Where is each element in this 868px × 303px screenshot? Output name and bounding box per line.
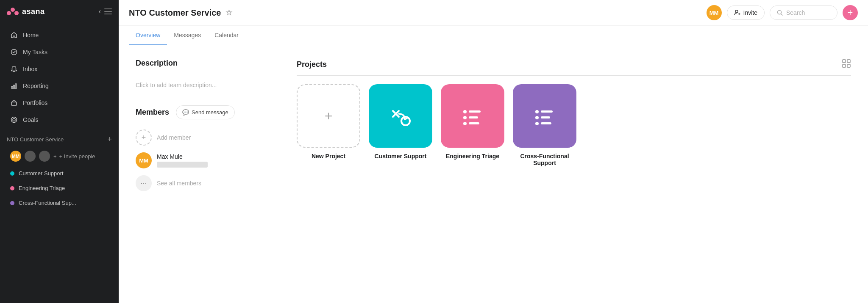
tab-messages-label: Messages — [174, 32, 201, 39]
content-area: Description Click to add team descriptio… — [119, 45, 868, 303]
projects-grid: + New Project — [297, 84, 851, 166]
sidebar-project-engineering-triage-label: Engineering Triage — [19, 185, 65, 191]
sidebar-item-inbox[interactable]: Inbox — [3, 61, 115, 77]
grid-view-icon[interactable] — [842, 59, 851, 70]
chevron-left-icon: ‹ — [99, 8, 101, 15]
send-message-button[interactable]: 💬 Send message — [176, 105, 235, 119]
search-icon — [777, 10, 783, 16]
sidebar: asana ‹ Home — [0, 0, 119, 303]
customer-support-label: Customer Support — [375, 153, 427, 160]
bell-icon — [10, 65, 18, 73]
user-avatar-main: MM — [707, 5, 722, 20]
sidebar-item-portfolios[interactable]: Portfolios — [3, 95, 115, 111]
sidebar-project-customer-support[interactable]: Customer Support — [3, 167, 115, 180]
description-placeholder[interactable]: Click to add team description... — [136, 78, 271, 92]
project-card-cross-functional[interactable]: Cross-Functional Support — [513, 84, 576, 166]
invite-button[interactable]: Invite — [727, 6, 765, 20]
engineering-triage-project-icon — [441, 84, 504, 148]
svg-rect-4 — [104, 11, 112, 12]
right-panel: Projects + New Project — [297, 59, 851, 289]
new-project-label: New Project — [312, 153, 345, 160]
svg-point-1 — [7, 11, 11, 15]
svg-rect-7 — [11, 86, 13, 88]
main-content: NTO Customer Service ☆ MM Invite — [119, 0, 868, 303]
svg-rect-25 — [469, 116, 478, 118]
project-card-engineering-triage[interactable]: Engineering Triage — [441, 84, 504, 166]
avatar-placeholder-1 — [25, 151, 36, 162]
briefcase-icon — [10, 99, 18, 107]
cross-functional-project-icon — [513, 84, 576, 148]
team-name: NTO Customer Service — [7, 136, 64, 143]
invite-row: MM + + Invite people — [3, 147, 115, 165]
projects-header: Projects — [297, 59, 851, 76]
svg-point-12 — [13, 118, 15, 121]
member-item: MM Max Mule — [136, 149, 271, 172]
person-plus-icon — [734, 9, 741, 16]
home-icon — [10, 31, 18, 39]
sidebar-project-engineering-triage[interactable]: Engineering Triage — [3, 182, 115, 195]
star-icon[interactable]: ☆ — [225, 8, 232, 17]
tabs: Overview Messages Calendar — [119, 26, 868, 45]
nav-items: Home My Tasks Inbox — [0, 23, 119, 132]
add-button[interactable]: + — [843, 5, 858, 20]
sidebar-item-goals-label: Goals — [23, 116, 39, 123]
svg-rect-9 — [15, 84, 17, 88]
member-avatar-mm: MM — [136, 152, 152, 168]
sidebar-project-customer-support-label: Customer Support — [19, 170, 64, 176]
add-member-plus-icon: + — [142, 133, 146, 142]
asana-logo-text: asana — [22, 7, 45, 16]
invite-button-label: Invite — [743, 9, 757, 16]
user-avatar-small: MM — [10, 151, 21, 162]
message-icon: 💬 — [182, 109, 189, 116]
tab-overview-label: Overview — [136, 32, 160, 39]
sidebar-project-cross-functional[interactable]: Cross-Functional Sup... — [3, 196, 115, 209]
sidebar-toggle[interactable]: ‹ — [99, 8, 112, 15]
svg-rect-27 — [469, 122, 479, 124]
topbar-left: NTO Customer Service ☆ — [129, 8, 232, 18]
sidebar-item-portfolios-label: Portfolios — [23, 99, 47, 106]
svg-rect-10 — [11, 102, 17, 105]
sidebar-item-goals[interactable]: Goals — [3, 112, 115, 128]
svg-rect-23 — [469, 110, 481, 113]
svg-point-0 — [11, 8, 15, 12]
team-add-button[interactable]: + — [107, 135, 112, 143]
tab-overview[interactable]: Overview — [129, 26, 167, 45]
svg-rect-18 — [847, 64, 850, 67]
sidebar-item-home-label: Home — [23, 32, 39, 39]
add-member-item[interactable]: + Add member — [136, 126, 271, 149]
invite-people-label: + Invite people — [59, 153, 95, 160]
see-all-members-item[interactable]: ··· See all members — [136, 172, 271, 195]
svg-point-11 — [11, 117, 17, 123]
sidebar-item-reporting[interactable]: Reporting — [3, 78, 115, 94]
menu-icon — [104, 8, 112, 14]
project-card-new[interactable]: + New Project — [297, 84, 360, 166]
see-all-members-label: See all members — [157, 180, 201, 187]
tab-calendar-label: Calendar — [214, 32, 239, 39]
svg-rect-17 — [843, 64, 846, 67]
tab-calendar[interactable]: Calendar — [208, 26, 245, 45]
more-members-icon: ··· — [136, 175, 152, 191]
new-project-icon: + — [297, 84, 360, 148]
customer-support-project-icon — [369, 84, 432, 148]
tab-messages[interactable]: Messages — [167, 26, 208, 45]
sidebar-item-home[interactable]: Home — [3, 27, 115, 43]
project-dot-engineering-triage — [10, 186, 14, 190]
invite-plus-icon: + — [53, 153, 57, 160]
sidebar-item-my-tasks-label: My Tasks — [23, 49, 47, 55]
avatar-placeholder-2 — [39, 151, 50, 162]
project-card-customer-support[interactable]: Customer Support — [369, 84, 432, 166]
invite-people-button[interactable]: + + Invite people — [53, 153, 95, 160]
svg-point-2 — [14, 11, 19, 15]
project-dot-cross-functional — [10, 201, 14, 205]
engineering-triage-label: Engineering Triage — [446, 153, 499, 160]
member-name-block: Max Mule — [157, 153, 208, 168]
svg-point-30 — [535, 116, 539, 119]
search-bar[interactable]: Search — [770, 6, 837, 20]
projects-title: Projects — [297, 60, 327, 69]
description-section: Description Click to add team descriptio… — [136, 59, 271, 92]
add-member-label: Add member — [157, 134, 191, 141]
avatar-initials: MM — [709, 10, 719, 16]
members-section: Members 💬 Send message + Add member MM — [136, 105, 271, 195]
asana-logo: asana — [7, 7, 45, 16]
sidebar-item-my-tasks[interactable]: My Tasks — [3, 44, 115, 60]
